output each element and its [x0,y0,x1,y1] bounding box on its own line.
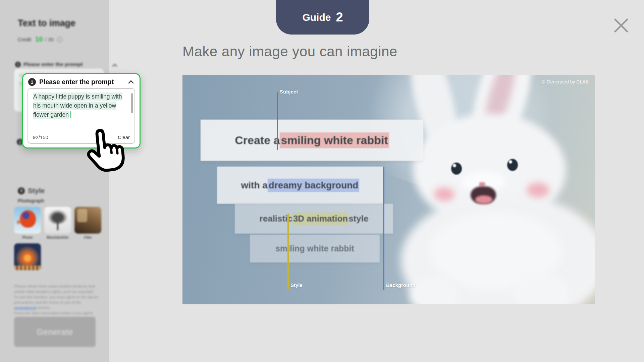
close-icon[interactable] [612,16,631,35]
char-count: 92/150 [33,134,48,140]
credit-label: Credit [18,37,31,42]
page-title: Text to image [18,18,75,28]
text-cursor [70,111,71,118]
subject-label: Subject [280,89,298,95]
style-label: Style [290,282,303,288]
guide-heading: Make any image you can imagine [182,44,397,60]
prompt-breakdown-box-subject: Create a smiling white rabbit [201,120,423,161]
style-thumbnail-photo[interactable] [14,207,41,234]
box-text: with a [241,180,268,191]
style-category-label: Photograph [18,198,44,203]
subject-highlight: smiling white rabbit [280,132,389,148]
rabbit-blush [434,187,454,201]
guide-step-badge: Guide 2 [276,0,369,35]
generated-example-image: © Generated by CLAB Subject Style Backgr… [182,75,595,304]
disclaimer-text: Please refrain from using creative produ… [14,284,100,316]
style-highlight: 3D animation [292,213,348,225]
sidebar: Text to image Credit 10 / 30 i 1 Please … [0,0,109,362]
tree-image [57,222,58,230]
credit-row: Credit 10 / 30 i [18,36,62,43]
terms-link[interactable]: generated.AI [14,306,36,310]
film-scene-image [77,209,87,222]
prompt-breakdown-box-style: realistic 3D animation style [235,204,393,234]
rabbit-blush [527,183,549,198]
info-icon[interactable]: i [57,37,62,42]
prompt-section-header: 1 Please enter the prompt [15,61,83,67]
watermark: © Generated by CLAB [542,79,589,84]
background-label: Background [386,282,416,288]
background-highlight: dreamy background [268,179,360,192]
prompt-line: flower garden [33,111,69,119]
hot-air-balloon-image [20,210,36,228]
style-thumbnail-label: Black&white [41,235,74,239]
rabbit-eye [451,163,462,175]
hot-air-balloon-image [17,220,20,224]
prompt-popup-title: Please enter the prompt [39,78,114,86]
disclaimer-line: To use this function, you must agree to … [14,295,98,304]
scrollbar[interactable] [131,93,133,113]
box-text: style [348,214,368,224]
prompt-breakdown-box-background: with a dreamy background [217,167,383,204]
credit-total: 30 [48,37,54,42]
prompt-section-label: Please enter the prompt [23,61,83,67]
rabbit-eye [507,159,518,171]
prompt-section-badge: 1 [15,62,21,67]
prompt-line: his mouth wide open in a yellow [33,102,116,110]
chevron-up-icon[interactable] [112,62,117,68]
style-thumbnail-label: Photo [11,235,44,239]
style-section-badge: 3 [18,187,25,194]
disclaimer-line: Press the Start Generation button if you… [14,311,93,315]
prompt-text: A happy little puppy is smiling with his… [33,92,130,119]
disclaimer-line: service. [36,306,51,310]
style-connector-line [287,214,289,290]
rabbit-tongue [475,195,493,204]
box-text: Create a [235,134,280,147]
style-thumbnail-label: Film [71,235,105,239]
style-thumbnail-film[interactable] [74,207,101,234]
style-thumbnail-ferris-wheel[interactable] [14,243,41,270]
background-connector-line [383,167,384,290]
hand-cursor-icon [82,126,128,176]
chevron-up-icon[interactable] [128,80,134,84]
prompt-popup-header: 1 Please enter the prompt [23,74,140,88]
disclaimer-line: Please refrain from using creative produ… [14,284,95,294]
step-number-badge: 1 [28,78,36,86]
style-thumbnail-blackwhite[interactable] [44,207,71,234]
prompt-breakdown-box-result: smiling white rabbit [250,235,380,262]
credit-separator: / [45,37,46,42]
generate-button[interactable]: Generate [14,317,96,347]
subject-connector-line [277,92,278,150]
style-section-label: Style [28,187,45,195]
guide-badge-number: 2 [336,10,343,24]
prompt-line: A happy little puppy is smiling with [33,93,122,101]
guide-badge-label: Guide [302,12,331,23]
credit-used: 10 [35,36,43,43]
ferris-wheel-image [14,265,41,270]
style-section-header: 3 Style [18,187,45,195]
